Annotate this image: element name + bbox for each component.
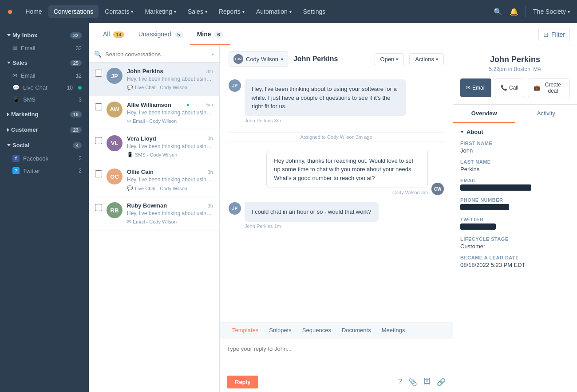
conv-item-vera-lloyd[interactable]: VL Vera Lloyd 3h Hey, I've been thinking… bbox=[89, 130, 219, 164]
search-icon[interactable]: 🔍 bbox=[494, 8, 502, 16]
conv-item-allie-williamson[interactable]: AW Allie Williamson ● 5m Hey, I've been … bbox=[89, 96, 219, 130]
create-deal-button[interactable]: 💼 Create deal bbox=[528, 78, 570, 97]
sidebar-customer-header[interactable]: Customer 23 bbox=[0, 123, 89, 137]
attachment-icon[interactable]: 📎 bbox=[408, 378, 417, 386]
org-selector[interactable]: The Society ▾ bbox=[533, 8, 570, 15]
conv-body: Ollie Cain 3h Hey, I've been thinking ab… bbox=[127, 169, 213, 191]
conv-item-ollie-cain[interactable]: OC Ollie Cain 3h Hey, I've been thinking… bbox=[89, 163, 219, 197]
chat-header: CW Cody Wilson ▾ John Perkins Open ▾ Act… bbox=[220, 46, 453, 72]
sidebar-item-sales-sms[interactable]: 📱 SMS 3 bbox=[0, 94, 89, 106]
field-phone: Phone Number bbox=[460, 197, 570, 212]
sidebar-item-twitter[interactable]: ? Twitter 2 bbox=[0, 165, 89, 177]
msg-content: Hey, I've been thinking about to using y… bbox=[245, 79, 406, 123]
search-bar: 🔍 ▾ bbox=[89, 46, 219, 63]
sidebar-item-facebook[interactable]: f Facebook 2 bbox=[0, 152, 89, 165]
status-button[interactable]: Open ▾ bbox=[375, 53, 404, 65]
hubspot-logo: ● bbox=[7, 6, 13, 17]
conv-checkbox[interactable] bbox=[95, 204, 102, 211]
reply-textarea[interactable] bbox=[220, 339, 453, 370]
reply-tab-sequences[interactable]: Sequences bbox=[297, 322, 336, 339]
call-contact-button[interactable]: 📞 Call bbox=[495, 78, 524, 97]
email-icon: ✉ bbox=[12, 72, 17, 79]
phone-icon: 📞 bbox=[501, 85, 507, 91]
help-icon[interactable]: ? bbox=[398, 378, 402, 386]
conv-checkbox[interactable] bbox=[95, 70, 102, 77]
nav-home[interactable]: Home bbox=[20, 5, 47, 18]
nav-reports[interactable]: Reports ▾ bbox=[213, 5, 250, 18]
message-3: JP I could chat in an hour or so - would… bbox=[229, 202, 444, 229]
sidebar-social-header[interactable]: Social 4 bbox=[0, 138, 89, 152]
deal-icon: 💼 bbox=[534, 85, 540, 91]
reply-button[interactable]: Reply bbox=[227, 376, 258, 388]
app-body: My Inbox 32 ✉ Email 32 Sales 25 ✉ Emai bbox=[0, 23, 577, 392]
reply-tab-snippets[interactable]: Snippets bbox=[264, 322, 297, 339]
panel-tab-activity[interactable]: Activity bbox=[515, 105, 577, 123]
reply-box: Templates Snippets Sequences Documents M… bbox=[220, 322, 453, 392]
sidebar-section-myinbox: My Inbox 32 ✉ Email 32 bbox=[0, 28, 89, 54]
msg-meta: Cody Wilson 3m bbox=[266, 190, 428, 195]
field-lead-date: Became a Lead Date 08/18/2022 5:23 PM ED… bbox=[460, 255, 570, 268]
conv-channel-tag: 💬 Live Chat - Cody Wilson bbox=[127, 185, 213, 191]
avatar-john-perkins: JP bbox=[107, 68, 123, 84]
chat-area: CW Cody Wilson ▾ John Perkins Open ▾ Act… bbox=[220, 46, 453, 392]
image-icon[interactable]: 🖼 bbox=[423, 378, 431, 386]
sms-icon: 📱 bbox=[12, 96, 20, 103]
reply-tab-meetings[interactable]: Meetings bbox=[376, 322, 411, 339]
bell-icon[interactable]: 🔔 bbox=[510, 8, 518, 16]
conv-checkbox[interactable] bbox=[95, 103, 102, 110]
msg-bubble: Hey Johnny, thanks for reaching out. Wou… bbox=[266, 151, 428, 188]
conv-item-john-perkins[interactable]: JP John Perkins 3m Hey, I've been thinki… bbox=[89, 63, 219, 96]
email-icon: ✉ bbox=[12, 45, 17, 51]
link-icon[interactable]: 🔗 bbox=[437, 378, 446, 386]
reply-tab-templates[interactable]: Templates bbox=[227, 322, 264, 339]
about-header[interactable]: About bbox=[460, 129, 570, 135]
reply-tab-documents[interactable]: Documents bbox=[336, 322, 376, 339]
reply-tabs: Templates Snippets Sequences Documents M… bbox=[220, 322, 453, 339]
msg-meta: John Perkins 3m bbox=[245, 118, 406, 123]
conv-item-ruby-bowman[interactable]: RB Ruby Bowman 3h Hey, I've been thinkin… bbox=[89, 197, 219, 231]
conv-channel-tag: 💬 Live Chat - Cody Wilson bbox=[127, 85, 213, 90]
nav-marketing[interactable]: Marketing ▾ bbox=[139, 5, 181, 18]
email-contact-button[interactable]: ✉ Email bbox=[460, 78, 491, 97]
nav-contacts[interactable]: Contacts ▾ bbox=[99, 5, 138, 18]
contact-actions: ✉ Email 📞 Call 💼 Create deal bbox=[460, 78, 570, 97]
sidebar-myinbox-header[interactable]: My Inbox 32 bbox=[0, 28, 89, 42]
nav-settings[interactable]: Settings bbox=[298, 5, 331, 18]
tabs-bar: All 14 Unassigned 5 Mine 6 ⊟ Filter bbox=[89, 23, 577, 46]
conv-checkbox[interactable] bbox=[95, 170, 102, 177]
search-dropdown-icon[interactable]: ▾ bbox=[212, 52, 214, 57]
conv-body: Ruby Bowman 3h Hey, I've been thinking a… bbox=[127, 202, 213, 225]
actions-button[interactable]: Actions ▾ bbox=[409, 53, 444, 65]
chat-contact-name: John Perkins bbox=[293, 55, 369, 63]
nav-items: Home Conversations Contacts ▾ Marketing … bbox=[20, 5, 494, 18]
nav-sales[interactable]: Sales ▾ bbox=[182, 5, 213, 18]
avatar-vera-lloyd: VL bbox=[107, 135, 123, 151]
tab-all[interactable]: All 14 bbox=[96, 24, 131, 45]
chat-icon: 💬 bbox=[12, 84, 20, 91]
nav-automation[interactable]: Automation ▾ bbox=[251, 5, 297, 18]
conv-channel-tag: 📱 SMS - Cody Wilson bbox=[127, 152, 213, 157]
conversation-list: 🔍 ▾ JP John Perkins 3m bbox=[89, 46, 220, 392]
sidebar-section-customer: Customer 23 bbox=[0, 123, 89, 137]
msg-content: Hey Johnny, thanks for reaching out. Wou… bbox=[266, 151, 428, 196]
chat-icon: 💬 bbox=[127, 185, 133, 191]
msg-meta: John Perkins 1m bbox=[245, 223, 379, 229]
msg-content: I could chat in an hour or so - would th… bbox=[245, 202, 379, 229]
nav-conversations[interactable]: Conversations bbox=[48, 5, 99, 18]
sidebar-item-email-inbox[interactable]: ✉ Email 32 bbox=[0, 42, 89, 54]
agent-selector[interactable]: CW Cody Wilson ▾ bbox=[229, 51, 288, 67]
conv-checkbox[interactable] bbox=[95, 137, 102, 144]
tab-mine[interactable]: Mine 6 bbox=[190, 24, 230, 45]
sidebar-item-sales-livechat[interactable]: 💬 Live Chat 10 bbox=[0, 82, 89, 94]
msg-avatar-cody: CW bbox=[431, 183, 444, 195]
sidebar-sales-header[interactable]: Sales 25 bbox=[0, 56, 89, 70]
tab-unassigned[interactable]: Unassigned 5 bbox=[131, 24, 190, 45]
contact-header: John Perkins 5:22pm in Boston, MA ✉ Emai… bbox=[453, 46, 577, 105]
sidebar-item-sales-email[interactable]: ✉ Email 12 bbox=[0, 70, 89, 82]
filter-button[interactable]: ⊟ Filter bbox=[538, 28, 570, 41]
panel-tab-overview[interactable]: Overview bbox=[453, 105, 515, 123]
sidebar-marketing-header[interactable]: Marketing 18 bbox=[0, 107, 89, 121]
search-input[interactable] bbox=[105, 51, 208, 58]
field-twitter: Twitter bbox=[460, 217, 570, 231]
field-lifecycle: Lifecycle Stage Customer bbox=[460, 236, 570, 250]
